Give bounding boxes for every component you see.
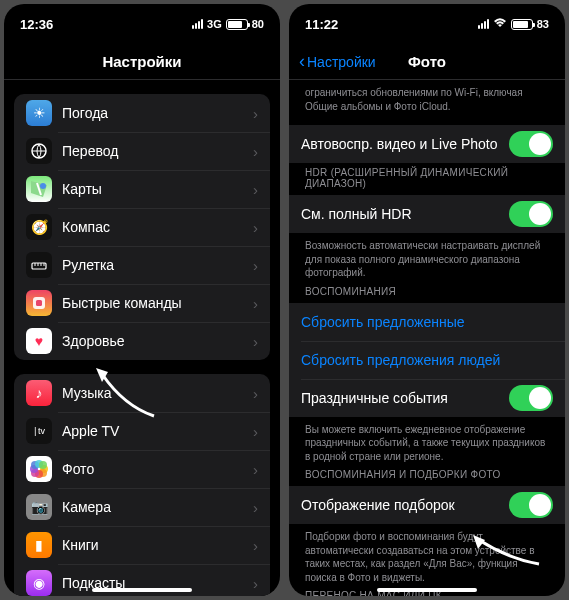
row-label: Праздничные события [301,390,499,406]
books-icon: ▮ [26,532,52,558]
phone-left: 12:36 3G 80 Настройки ☀Погода›Перевод›Ка… [4,4,280,596]
settings-row[interactable]: Сбросить предложенные [289,303,565,341]
battery-pct: 83 [537,18,549,30]
row-label: Сбросить предложения людей [301,352,553,368]
section-footer: Возможность автоматически настраивать ди… [289,233,565,282]
settings-row[interactable]: Сбросить предложения людей [289,341,565,379]
home-indicator[interactable] [92,588,192,592]
settings-row-weather[interactable]: ☀Погода› [14,94,270,132]
translate-icon [26,138,52,164]
toggle-switch[interactable] [509,201,553,227]
settings-row-music[interactable]: ♪Музыка› [14,374,270,412]
row-label: Автовоспр. видео и Live Photo [301,136,499,152]
chevron-right-icon: › [253,143,258,160]
chevron-right-icon: › [253,499,258,516]
settings-scroll[interactable]: ☀Погода›Перевод›Карты›🧭Компас›Рулетка›Бы… [4,80,280,596]
tv-icon: ∣tv [26,418,52,444]
settings-row[interactable]: Отображение подборок [289,486,565,524]
battery-icon [226,19,248,30]
battery-fill [228,21,242,28]
tape-icon [26,252,52,278]
row-label: Карты [62,181,243,197]
nav-header: ‹ Настройки Фото [289,44,565,80]
settings-row-maps[interactable]: Карты› [14,170,270,208]
podcasts-icon: ◉ [26,570,52,596]
settings-row-books[interactable]: ▮Книги› [14,526,270,564]
row-label: Отображение подборок [301,497,499,513]
back-button[interactable]: ‹ Настройки [299,51,376,72]
row-label: Книги [62,537,243,553]
phone-right: 11:22 83 ‹ Настройки Фото ограничиться о… [289,4,565,596]
toggle-switch[interactable] [509,131,553,157]
back-label: Настройки [307,54,376,70]
music-icon: ♪ [26,380,52,406]
settings-group: ☀Погода›Перевод›Карты›🧭Компас›Рулетка›Бы… [14,94,270,360]
health-icon: ♥ [26,328,52,354]
chevron-right-icon: › [253,461,258,478]
section-header: HDR (РАСШИРЕННЫЙ ДИНАМИЧЕСКИЙ ДИАПАЗОН) [289,163,565,195]
section-header: ВОСПОМИНАНИЯ И ПОДБОРКИ ФОТО [289,465,565,486]
row-label: Рулетка [62,257,243,273]
settings-row-camera[interactable]: 📷Камера› [14,488,270,526]
settings-row-tape[interactable]: Рулетка› [14,246,270,284]
row-label: Apple TV [62,423,243,439]
section-footer: Подборки фото и воспоминания будут автом… [289,524,565,586]
settings-group: ♪Музыка›∣tvApple TV›Фото›📷Камера›▮Книги›… [14,374,270,596]
status-time: 11:22 [305,17,338,32]
settings-section: Автовоспр. видео и Live Photo [289,125,565,163]
camera-icon: 📷 [26,494,52,520]
settings-row-compass[interactable]: 🧭Компас› [14,208,270,246]
section-footer: Вы можете включить ежедневное отображени… [289,417,565,466]
chevron-right-icon: › [253,385,258,402]
wifi-icon [493,17,507,31]
settings-row[interactable]: Автовоспр. видео и Live Photo [289,125,565,163]
shortcuts-icon [26,290,52,316]
svg-rect-4 [36,300,42,306]
row-label: Погода [62,105,243,121]
row-label: Здоровье [62,333,243,349]
row-label: Перевод [62,143,243,159]
row-label: Музыка [62,385,243,401]
settings-row-shortcuts[interactable]: Быстрые команды› [14,284,270,322]
photos-icon [26,456,52,482]
page-title: Фото [408,53,446,70]
chevron-right-icon: › [253,181,258,198]
chevron-right-icon: › [253,219,258,236]
signal-icon [192,19,203,29]
settings-section: См. полный HDR [289,195,565,233]
settings-row-tv[interactable]: ∣tvApple TV› [14,412,270,450]
chevron-right-icon: › [253,105,258,122]
chevron-right-icon: › [253,257,258,274]
chevron-right-icon: › [253,537,258,554]
row-label: Компас [62,219,243,235]
status-time: 12:36 [20,17,53,32]
row-label: Сбросить предложенные [301,314,553,330]
section-header: ВОСПОМИНАНИЯ [289,282,565,303]
settings-row-photos[interactable]: Фото› [14,450,270,488]
weather-icon: ☀ [26,100,52,126]
nav-header: Настройки [4,44,280,80]
settings-row-health[interactable]: ♥Здоровье› [14,322,270,360]
row-label: Быстрые команды [62,295,243,311]
photos-settings-scroll[interactable]: ограничиться обновлениями по Wi-Fi, вклю… [289,80,565,596]
status-right: 3G 80 [192,18,264,30]
status-right: 83 [478,17,549,31]
chevron-left-icon: ‹ [299,51,305,72]
settings-row[interactable]: Праздничные события [289,379,565,417]
chevron-right-icon: › [253,423,258,440]
settings-row-translate[interactable]: Перевод› [14,132,270,170]
toggle-switch[interactable] [509,385,553,411]
signal-icon [478,19,489,29]
chevron-right-icon: › [253,295,258,312]
compass-icon: 🧭 [26,214,52,240]
section-footer: ограничиться обновлениями по Wi-Fi, вклю… [289,80,565,115]
battery-icon [511,19,533,30]
settings-section: Сбросить предложенныеСбросить предложени… [289,303,565,417]
settings-row[interactable]: См. полный HDR [289,195,565,233]
maps-icon [26,176,52,202]
status-bar: 11:22 83 [289,4,565,44]
toggle-switch[interactable] [509,492,553,518]
status-bar: 12:36 3G 80 [4,4,280,44]
home-indicator[interactable] [377,588,477,592]
chevron-right-icon: › [253,333,258,350]
